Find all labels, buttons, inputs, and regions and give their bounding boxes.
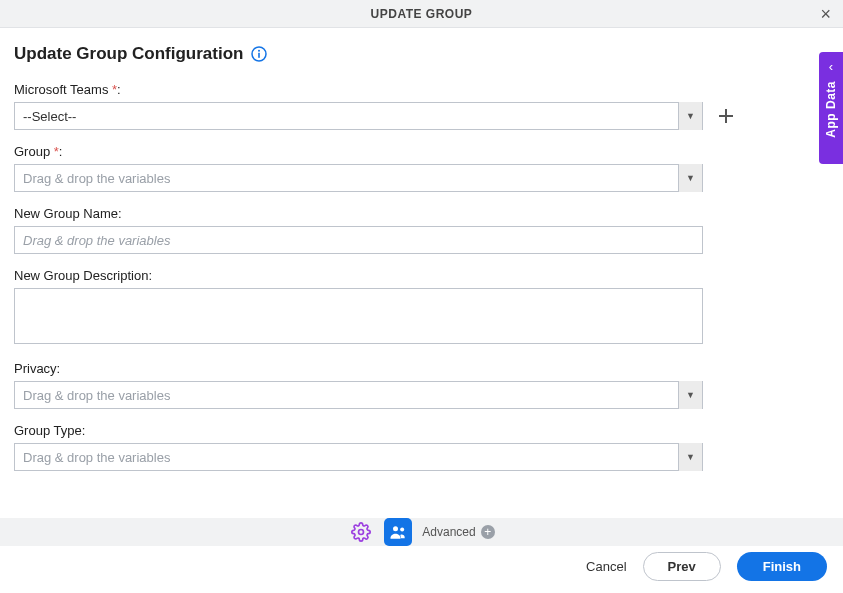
svg-point-6 <box>393 526 398 531</box>
label-colon: : <box>117 82 121 97</box>
cancel-button[interactable]: Cancel <box>586 559 626 574</box>
action-buttons: Cancel Prev Finish <box>586 552 827 581</box>
label-colon: : <box>59 144 63 159</box>
svg-point-1 <box>258 50 260 52</box>
privacy-select[interactable]: Drag & drop the variables ▼ <box>14 381 703 409</box>
chevron-down-icon[interactable]: ▼ <box>678 102 702 130</box>
prev-button[interactable]: Prev <box>643 552 721 581</box>
select-row-privacy: Drag & drop the variables ▼ <box>14 381 829 409</box>
chevron-left-icon: ‹ <box>829 60 833 73</box>
chevron-down-icon[interactable]: ▼ <box>678 443 702 471</box>
chevron-down-icon[interactable]: ▼ <box>678 164 702 192</box>
plus-circle-icon: + <box>481 525 495 539</box>
field-label-new-desc: New Group Description: <box>14 268 829 283</box>
page-title: Update Group Configuration <box>14 44 243 64</box>
teams-select-value: --Select-- <box>15 109 678 124</box>
label-text: Group <box>14 144 54 159</box>
field-label-new-name: New Group Name: <box>14 206 829 221</box>
finish-button[interactable]: Finish <box>737 552 827 581</box>
field-group: Group *: Drag & drop the variables ▼ <box>14 144 829 192</box>
field-label-group: Group *: <box>14 144 829 159</box>
gear-icon[interactable] <box>348 519 374 545</box>
people-icon[interactable] <box>384 518 412 546</box>
add-teams-button[interactable] <box>715 105 737 127</box>
field-group-type: Group Type: Drag & drop the variables ▼ <box>14 423 829 471</box>
privacy-select-placeholder: Drag & drop the variables <box>15 388 678 403</box>
field-label-privacy: Privacy: <box>14 361 829 376</box>
new-group-name-input[interactable] <box>14 226 703 254</box>
field-microsoft-teams: Microsoft Teams *: --Select-- ▼ <box>14 82 829 130</box>
svg-rect-2 <box>259 53 261 58</box>
chevron-down-icon[interactable]: ▼ <box>678 381 702 409</box>
group-select[interactable]: Drag & drop the variables ▼ <box>14 164 703 192</box>
side-tab-label: App Data <box>824 81 838 138</box>
group-type-select[interactable]: Drag & drop the variables ▼ <box>14 443 703 471</box>
svg-point-5 <box>359 530 364 535</box>
dialog-header: UPDATE GROUP × <box>0 0 843 28</box>
dialog-title: UPDATE GROUP <box>371 7 473 21</box>
select-row-teams: --Select-- ▼ <box>14 102 829 130</box>
svg-point-7 <box>400 528 404 532</box>
dialog-content: Update Group Configuration Microsoft Tea… <box>0 28 843 518</box>
group-type-select-placeholder: Drag & drop the variables <box>15 450 678 465</box>
field-label-group-type: Group Type: <box>14 423 829 438</box>
teams-select[interactable]: --Select-- ▼ <box>14 102 703 130</box>
app-data-side-tab[interactable]: ‹ App Data <box>819 52 843 164</box>
page-title-row: Update Group Configuration <box>14 44 829 64</box>
info-icon[interactable] <box>251 46 267 62</box>
field-new-group-name: New Group Name: <box>14 206 829 254</box>
close-icon[interactable]: × <box>820 4 831 24</box>
label-text: Microsoft Teams <box>14 82 112 97</box>
group-select-placeholder: Drag & drop the variables <box>15 171 678 186</box>
field-new-group-desc: New Group Description: <box>14 268 829 347</box>
new-group-desc-input[interactable] <box>14 288 703 344</box>
footer-toolbar: Advanced + <box>0 518 843 546</box>
select-row-group-type: Drag & drop the variables ▼ <box>14 443 829 471</box>
advanced-toggle[interactable]: Advanced + <box>422 525 494 539</box>
select-row-group: Drag & drop the variables ▼ <box>14 164 829 192</box>
field-label-teams: Microsoft Teams *: <box>14 82 829 97</box>
field-privacy: Privacy: Drag & drop the variables ▼ <box>14 361 829 409</box>
advanced-label-text: Advanced <box>422 525 475 539</box>
